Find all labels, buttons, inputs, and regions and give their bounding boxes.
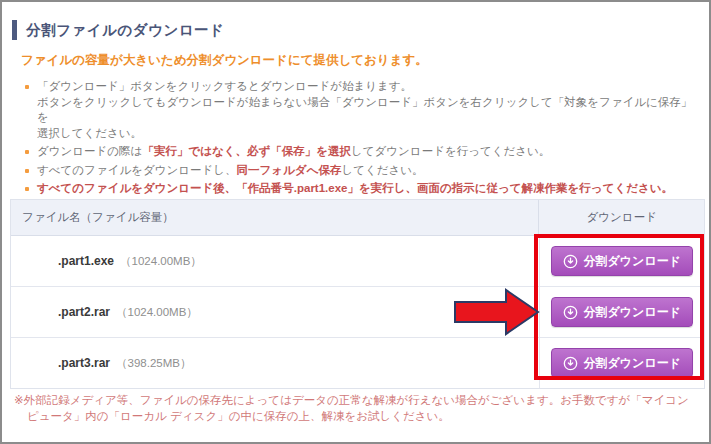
instruction-item: 「ダウンロード」ボタンをクリックするとダウンロードが始まります。 ボタンをクリッ… bbox=[23, 79, 699, 141]
instruction-list: 「ダウンロード」ボタンをクリックするとダウンロードが始まります。 ボタンをクリッ… bbox=[23, 79, 699, 200]
instruction-item: ダウンロードの際は「実行」ではなく、必ず「保存」を選択してダウンロードを行ってく… bbox=[23, 144, 699, 160]
table-row: .part1.exe（1024.00MB）分割ダウンロード bbox=[11, 236, 704, 287]
file-name: .part1.exe bbox=[58, 254, 114, 268]
section-header: 分割ファイルのダウンロード bbox=[12, 20, 224, 40]
split-download-panel: 分割ファイルのダウンロード ファイルの容量が大きいため分割ダウンロードにて提供し… bbox=[0, 0, 711, 444]
download-cell: 分割ダウンロード bbox=[539, 287, 704, 337]
column-header-download: ダウンロード bbox=[538, 200, 704, 235]
download-icon bbox=[563, 254, 578, 269]
instruction-text: ダウンロードの際は「実行」ではなく、必ず「保存」を選択してダウンロードを行ってく… bbox=[37, 144, 550, 160]
split-download-button[interactable]: 分割ダウンロード bbox=[551, 246, 693, 276]
file-size: （1024.00MB） bbox=[116, 305, 198, 320]
column-header-filename: ファイル名（ファイル容量） bbox=[11, 200, 538, 235]
download-table: ファイル名（ファイル容量） ダウンロード .part1.exe（1024.00M… bbox=[10, 199, 705, 389]
file-size: （398.25MB） bbox=[116, 356, 191, 371]
instruction-text: すべてのファイルをダウンロードし、同一フォルダへ保存してください。 bbox=[37, 163, 424, 179]
file-name: .part2.rar bbox=[58, 305, 110, 319]
file-name: .part3.rar bbox=[58, 356, 110, 370]
table-row: .part2.rar（1024.00MB）分割ダウンロード bbox=[11, 287, 704, 338]
bullet-icon bbox=[25, 150, 29, 154]
split-download-button[interactable]: 分割ダウンロード bbox=[551, 348, 693, 378]
table-body: .part1.exe（1024.00MB）分割ダウンロード.part2.rar（… bbox=[11, 236, 704, 388]
file-size: （1024.00MB） bbox=[120, 254, 202, 269]
button-label: 分割ダウンロード bbox=[584, 304, 681, 321]
download-icon bbox=[563, 356, 578, 371]
footer-note: ※外部記録メディア等、ファイルの保存先によってはデータの正常な解凍が行えない場合… bbox=[14, 392, 698, 424]
download-cell: 分割ダウンロード bbox=[539, 236, 704, 286]
bullet-icon bbox=[25, 169, 29, 173]
button-label: 分割ダウンロード bbox=[584, 355, 681, 372]
filename-cell: .part2.rar（1024.00MB） bbox=[11, 287, 539, 337]
button-label: 分割ダウンロード bbox=[584, 253, 681, 270]
intro-text: ファイルの容量が大きいため分割ダウンロードにて提供しております。 bbox=[21, 52, 428, 69]
instruction-text: 「ダウンロード」ボタンをクリックするとダウンロードが始まります。 ボタンをクリッ… bbox=[37, 79, 699, 141]
filename-cell: .part1.exe（1024.00MB） bbox=[11, 236, 539, 286]
instruction-item: すべてのファイルをダウンロードし、同一フォルダへ保存してください。 bbox=[23, 163, 699, 179]
bullet-icon bbox=[25, 187, 29, 191]
instruction-text: すべてのファイルをダウンロード後、「作品番号.part1.exe」を実行し、画面… bbox=[37, 181, 673, 197]
title-accent-bar bbox=[12, 20, 17, 40]
page-title: 分割ファイルのダウンロード bbox=[26, 21, 224, 40]
table-row: .part3.rar（398.25MB）分割ダウンロード bbox=[11, 338, 704, 388]
split-download-button[interactable]: 分割ダウンロード bbox=[551, 297, 693, 327]
instruction-item: すべてのファイルをダウンロード後、「作品番号.part1.exe」を実行し、画面… bbox=[23, 181, 699, 197]
table-header-row: ファイル名（ファイル容量） ダウンロード bbox=[11, 200, 704, 236]
bullet-icon bbox=[25, 85, 29, 89]
download-icon bbox=[563, 305, 578, 320]
filename-cell: .part3.rar（398.25MB） bbox=[11, 338, 539, 388]
download-cell: 分割ダウンロード bbox=[539, 338, 704, 388]
